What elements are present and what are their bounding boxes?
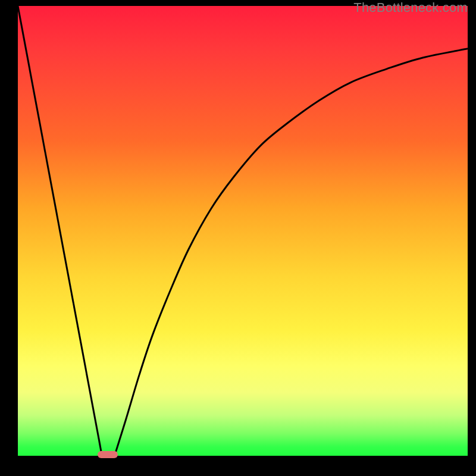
curve-left-branch <box>18 6 102 456</box>
watermark-text: TheBottleneck.com <box>353 0 468 15</box>
chart-frame: TheBottleneck.com <box>0 0 476 476</box>
curve-svg <box>18 6 468 456</box>
curve-right-branch <box>115 49 468 456</box>
plot-area <box>18 6 468 456</box>
bottleneck-marker <box>98 451 118 458</box>
